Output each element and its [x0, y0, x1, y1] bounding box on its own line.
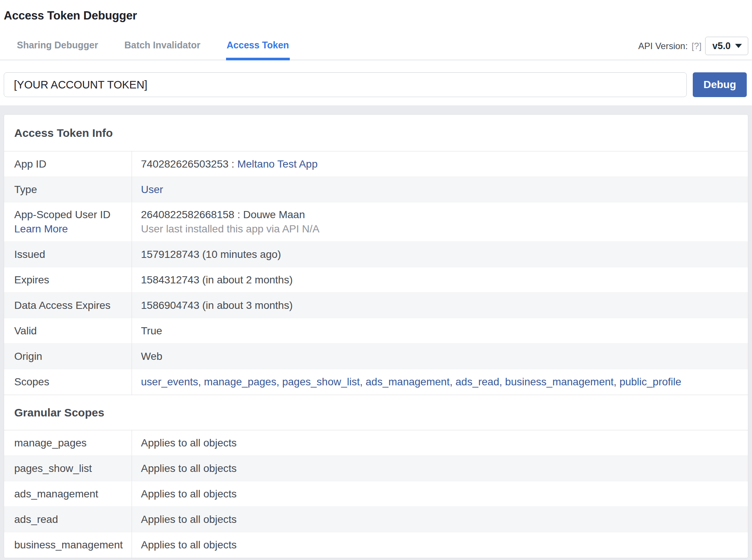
page-header: Access Token Debugger Sharing Debugger B… [0, 0, 752, 105]
api-version-label: API Version: [638, 41, 688, 51]
install-note: User last installed this app via API N/A [141, 223, 742, 235]
section-title: Granular Scopes [14, 406, 104, 419]
help-icon[interactable]: [?] [692, 41, 702, 51]
row-label: business_management [4, 532, 132, 558]
row-label: App-Scoped User ID Learn More [4, 202, 132, 241]
info-row-app-id: App ID 740282626503253 : Meltano Test Ap… [4, 151, 748, 177]
access-token-input[interactable] [4, 72, 687, 97]
row-value: User [132, 177, 748, 202]
row-value: 1584312743 (in about 2 months) [132, 267, 748, 292]
tab-access-token[interactable]: Access Token [226, 34, 290, 60]
row-value: Applies to all objects [132, 430, 748, 455]
debug-button[interactable]: Debug [693, 72, 747, 97]
token-form: Debug [0, 72, 752, 97]
scopes-link[interactable]: user_events, manage_pages, pages_show_li… [141, 376, 681, 388]
granular-scopes-header: Granular Scopes [4, 395, 748, 430]
row-label: Data Access Expires [4, 293, 132, 318]
row-label: ads_management [4, 481, 132, 506]
tab-sharing-debugger[interactable]: Sharing Debugger [16, 34, 99, 60]
row-value: True [132, 318, 748, 343]
access-token-info-header: Access Token Info [4, 115, 748, 151]
content-area: Access Token Info App ID 740282626503253… [0, 105, 752, 558]
api-version-control: API Version: [?] v5.0 [638, 37, 748, 60]
info-row-expires: Expires 1584312743 (in about 2 months) [4, 267, 748, 293]
row-value: user_events, manage_pages, pages_show_li… [132, 369, 748, 395]
row-label-text: App-Scoped User ID [14, 209, 126, 221]
row-label: Issued [4, 242, 132, 267]
api-version-value: v5.0 [712, 40, 731, 51]
granular-row-ads-management: ads_management Applies to all objects [4, 481, 748, 507]
row-value: Web [132, 344, 748, 369]
tab-batch-invalidator[interactable]: Batch Invalidator [124, 34, 201, 60]
info-row-issued: Issued 1579128743 (10 minutes ago) [4, 242, 748, 267]
row-label: Type [4, 177, 132, 202]
granular-scopes-table: manage_pages Applies to all objects page… [4, 430, 748, 558]
info-row-origin: Origin Web [4, 344, 748, 369]
page-title: Access Token Debugger [0, 0, 752, 22]
row-value: Applies to all objects [132, 481, 748, 506]
info-row-app-scoped-user-id: App-Scoped User ID Learn More 2640822582… [4, 202, 748, 242]
learn-more-link[interactable]: Learn More [14, 223, 126, 235]
granular-row-ads-read: ads_read Applies to all objects [4, 507, 748, 532]
token-info-table: App ID 740282626503253 : Meltano Test Ap… [4, 151, 748, 395]
granular-row-pages-show-list: pages_show_list Applies to all objects [4, 456, 748, 481]
row-label: App ID [4, 151, 132, 177]
row-label: manage_pages [4, 430, 132, 455]
access-token-info-panel: Access Token Info App ID 740282626503253… [4, 114, 748, 558]
row-value: 1579128743 (10 minutes ago) [132, 242, 748, 267]
row-label: Scopes [4, 369, 132, 395]
row-label: Origin [4, 344, 132, 369]
row-value: Applies to all objects [132, 532, 748, 558]
info-row-type: Type User [4, 177, 748, 202]
row-value: Applies to all objects [132, 456, 748, 481]
app-id-value: 740282626503253 : [141, 158, 237, 170]
row-value: Applies to all objects [132, 507, 748, 532]
api-version-select[interactable]: v5.0 [705, 37, 748, 55]
row-value: 1586904743 (in about 3 months) [132, 293, 748, 318]
info-row-data-access-expires: Data Access Expires 1586904743 (in about… [4, 293, 748, 318]
row-label: Expires [4, 267, 132, 292]
granular-row-manage-pages: manage_pages Applies to all objects [4, 430, 748, 456]
app-name-link[interactable]: Meltano Test App [237, 158, 318, 170]
user-id-value: 2640822582668158 : Douwe Maan [141, 209, 742, 221]
tabs: Sharing Debugger Batch Invalidator Acces… [4, 34, 290, 60]
row-label: pages_show_list [4, 456, 132, 481]
tab-bar: Sharing Debugger Batch Invalidator Acces… [0, 34, 752, 60]
chevron-down-icon [735, 44, 742, 48]
row-value: 2640822582668158 : Douwe Maan User last … [132, 202, 748, 241]
info-row-valid: Valid True [4, 318, 748, 344]
row-label: Valid [4, 318, 132, 343]
info-row-scopes: Scopes user_events, manage_pages, pages_… [4, 369, 748, 395]
token-type-link[interactable]: User [141, 184, 163, 195]
granular-row-business-management: business_management Applies to all objec… [4, 532, 748, 558]
row-value: 740282626503253 : Meltano Test App [132, 151, 748, 177]
row-label: ads_read [4, 507, 132, 532]
section-title: Access Token Info [14, 127, 113, 139]
